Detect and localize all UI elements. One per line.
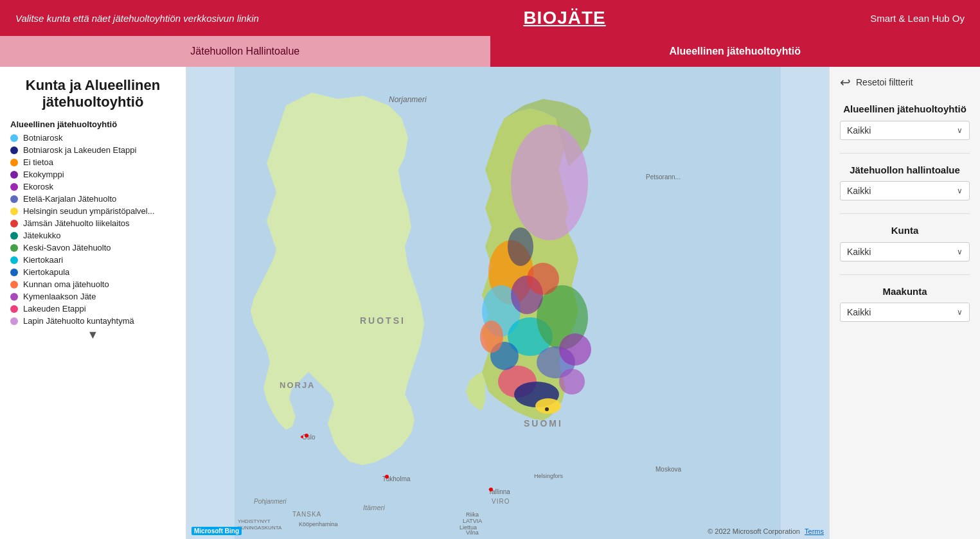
filter-value-jatehuoltoyhtio: Kaikki [847, 125, 871, 136]
chevron-down-icon: ∨ [957, 126, 963, 135]
filter-section-kunta: Kunta Kaikki ∨ [840, 224, 970, 261]
svg-point-38 [305, 434, 308, 437]
legend-dot [10, 232, 18, 240]
svg-text:Petsorann...: Petsorann... [646, 173, 681, 181]
bing-logo: Microsoft Bing [192, 527, 242, 535]
filter-divider-1 [840, 153, 970, 154]
reset-arrow-icon: ↩ [840, 75, 851, 90]
legend-label: Botniarosk [23, 133, 62, 143]
svg-point-9 [535, 398, 561, 414]
svg-text:Itämeri: Itämeri [363, 504, 385, 511]
svg-text:YHDISTYNYT: YHDISTYNYT [238, 518, 271, 524]
svg-point-11 [527, 263, 559, 295]
svg-point-41 [301, 436, 303, 438]
legend-title: Alueellinen jätehuoltoyhtiö [10, 119, 175, 129]
brand-title: BIOJÄTE [523, 8, 605, 28]
tab-hallintoalue[interactable]: Jätehuollon Hallintoalue [0, 36, 490, 67]
legend-dot [10, 281, 18, 288]
legend-item: Ei tietoa [10, 157, 175, 167]
filter-title-hallintoalue: Jätehuollon hallintoalue [840, 164, 970, 177]
svg-text:Helsingfors: Helsingfors [534, 473, 564, 479]
filter-value-kunta: Kaikki [847, 247, 871, 257]
company-name: Smart & Lean Hub Oy [870, 13, 965, 24]
chevron-down-icon-2: ∨ [957, 186, 963, 195]
svg-text:LATVIA: LATVIA [463, 518, 482, 524]
legend-dot [10, 208, 18, 215]
svg-text:RUOTSI: RUOTSI [360, 315, 405, 326]
svg-text:NORJA: NORJA [280, 380, 316, 390]
svg-text:TANSKA: TANSKA [292, 511, 321, 518]
legend-dot [10, 159, 18, 166]
filter-title-jatehuoltoyhtio: Alueellinen jätehuoltoyhtiö [840, 103, 970, 116]
filter-value-hallintoalue: Kaikki [847, 186, 871, 196]
tab-bar: Jätehuollon Hallintoalue Alueellinen jät… [0, 36, 980, 67]
legend-item: Kunnan oma jätehuolto [10, 279, 175, 289]
tab-jatehuoltoyhtio[interactable]: Alueellinen jätehuoltoyhtiö [490, 36, 981, 67]
legend-dot [10, 305, 18, 313]
legend-label: Keski-Savon Jätehuolto [23, 243, 111, 252]
chevron-down-icon-3: ∨ [957, 247, 963, 256]
legend-dot [10, 244, 18, 252]
legend-dot [10, 146, 18, 154]
legend-dot [10, 317, 18, 325]
legend-item: Etelä-Karjalan Jätehuolto [10, 194, 175, 204]
legend-item: Kymenlaakson Jäte [10, 292, 175, 301]
legend-label: Jätekukko [23, 231, 61, 240]
svg-text:Vilna: Vilna [466, 529, 479, 536]
legend-item: Lapin Jätehuolto kuntayhtymä [10, 316, 175, 326]
reset-filters-button[interactable]: ↩ Resetoi filtterit [840, 75, 970, 90]
filter-section-hallintoalue: Jätehuollon hallintoalue Kaikki ∨ [840, 164, 970, 201]
legend-dot [10, 183, 18, 191]
svg-text:Moskova: Moskova [655, 466, 681, 473]
top-header: Valitse kunta että näet jätehuoltoyhtiön… [0, 0, 980, 36]
filter-section-maakunta: Maakunta Kaikki ∨ [840, 285, 970, 323]
svg-point-16 [508, 227, 533, 266]
svg-point-40 [489, 488, 493, 491]
filter-title-kunta: Kunta [840, 224, 970, 237]
filter-select-jatehuoltoyhtio[interactable]: Kaikki ∨ [840, 121, 970, 140]
svg-point-15 [559, 369, 585, 394]
svg-text:KUNINGASKUNTA: KUNINGASKUNTA [238, 525, 282, 531]
main-layout: Kunta ja Alueellinen jätehuoltoyhtiö Alu… [0, 67, 980, 539]
legend-list: BotniaroskBotniarosk ja Lakeuden EtappiE… [10, 133, 175, 326]
legend-label: Kymenlaakson Jäte [23, 292, 96, 301]
svg-point-39 [385, 475, 389, 479]
filter-divider-2 [840, 213, 970, 214]
svg-text:Oslo: Oslo [302, 434, 316, 441]
legend-item: Kiertokaari [10, 255, 175, 265]
terms-link[interactable]: Terms [805, 527, 824, 535]
filter-select-maakunta[interactable]: Kaikki ∨ [840, 303, 970, 322]
legend-item: Kiertokapula [10, 267, 175, 277]
finland-map-svg: Norjanmeri RUOTSI NORJA SUOMI Oslo Tukho… [186, 67, 829, 539]
svg-text:Pohjanmeri: Pohjanmeri [254, 498, 287, 505]
svg-point-42 [545, 407, 549, 411]
legend-more-indicator: ▼ [10, 328, 175, 342]
legend-item: Ekorosk [10, 182, 175, 191]
legend-label: Kunnan oma jätehuolto [23, 279, 109, 289]
legend-item: Lakeuden Etappi [10, 304, 175, 314]
svg-text:VIRO: VIRO [492, 498, 510, 505]
legend-item: Jätekukko [10, 231, 175, 240]
left-panel: Kunta ja Alueellinen jätehuoltoyhtiö Alu… [0, 67, 186, 539]
legend-label: Helsingin seudun ympäristöpalvel... [23, 206, 155, 216]
right-panel: ↩ Resetoi filtterit Alueellinen jätehuol… [829, 67, 980, 539]
map-area: Norjanmeri RUOTSI NORJA SUOMI Oslo Tukho… [186, 67, 829, 539]
legend-dot [10, 134, 18, 142]
filter-select-kunta[interactable]: Kaikki ∨ [840, 242, 970, 261]
legend-item: Jämsän Jätehuolto liikelaitos [10, 218, 175, 228]
legend-item: Botniarosk [10, 133, 175, 143]
filter-title-maakunta: Maakunta [840, 285, 970, 298]
svg-text:Kööpenhamina: Kööpenhamina [299, 521, 338, 527]
svg-point-14 [480, 321, 503, 353]
legend-label: Lakeuden Etappi [23, 304, 86, 314]
legend-dot [10, 220, 18, 227]
svg-point-1 [511, 125, 588, 240]
legend-label: Kiertokaari [23, 255, 63, 265]
filter-select-hallintoalue[interactable]: Kaikki ∨ [840, 181, 970, 200]
legend-dot [10, 195, 18, 203]
legend-label: Etelä-Karjalan Jätehuolto [23, 194, 116, 204]
legend-dot [10, 269, 18, 276]
filter-divider-3 [840, 274, 970, 275]
svg-text:Riika: Riika [466, 511, 479, 518]
map-container[interactable]: Norjanmeri RUOTSI NORJA SUOMI Oslo Tukho… [186, 67, 829, 539]
